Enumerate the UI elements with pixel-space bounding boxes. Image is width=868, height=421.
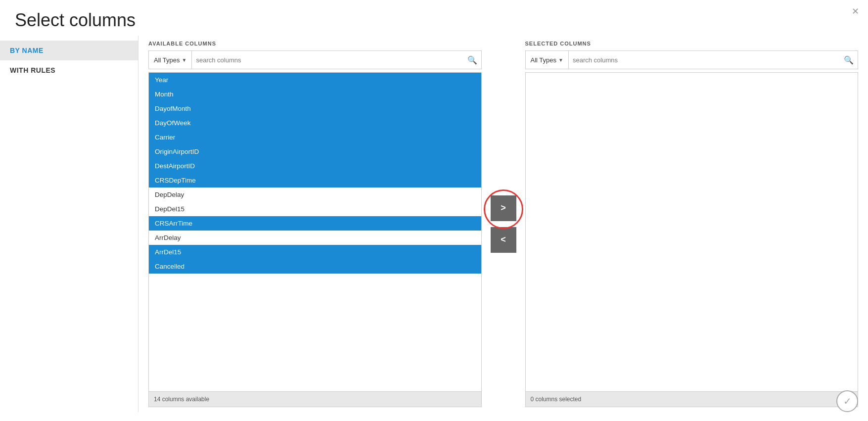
available-list-item[interactable]: Month	[149, 87, 481, 101]
available-dropdown-chevron: ▼	[182, 57, 187, 63]
available-columns-list[interactable]: YearMonthDayofMonthDayOfWeekCarrierOrigi…	[148, 72, 482, 392]
selected-columns-list[interactable]	[525, 72, 859, 392]
available-list-item[interactable]: DayOfWeek	[149, 116, 481, 130]
selected-search-icon: 🔍	[844, 55, 854, 65]
sidebar: BY NAME WITH RULES	[0, 36, 138, 412]
available-list-item[interactable]: DepDelay	[149, 187, 481, 202]
available-list-item[interactable]: DayofMonth	[149, 101, 481, 116]
selected-columns-label: SELECTED COLUMNS	[525, 41, 859, 47]
available-search-row: All Types ▼ 🔍	[148, 50, 482, 69]
available-list-item[interactable]: DepDel15	[149, 202, 481, 216]
available-search-input[interactable]	[196, 56, 467, 64]
available-list-item[interactable]: Cancelled	[149, 259, 481, 274]
selected-type-dropdown[interactable]: All Types ▼	[526, 51, 569, 69]
selected-columns-panel: SELECTED COLUMNS All Types ▼ 🔍 0 columns…	[525, 41, 859, 407]
available-list-item[interactable]: CRSArrTime	[149, 216, 481, 231]
available-search-icon: 🔍	[467, 55, 477, 65]
selected-search-input[interactable]	[573, 56, 844, 64]
selected-dropdown-chevron: ▼	[558, 57, 563, 63]
available-list-item[interactable]: CRSDepTime	[149, 173, 481, 187]
available-list-item[interactable]: DestAirportID	[149, 159, 481, 173]
available-list-item[interactable]: ArrDel15	[149, 245, 481, 259]
available-columns-footer: 14 columns available	[148, 392, 482, 407]
remove-columns-button[interactable]: <	[491, 227, 516, 253]
available-columns-panel: AVAILABLE COLUMNS All Types ▼ 🔍 YearMont…	[148, 41, 482, 407]
available-columns-label: AVAILABLE COLUMNS	[148, 41, 482, 47]
selected-search-row: All Types ▼ 🔍	[525, 50, 859, 69]
transfer-buttons-area: > <	[482, 41, 525, 407]
content-area: AVAILABLE COLUMNS All Types ▼ 🔍 YearMont…	[138, 36, 868, 412]
sidebar-item-by-name[interactable]: BY NAME	[0, 41, 138, 60]
selected-columns-footer: 0 columns selected	[525, 392, 859, 407]
confirm-button[interactable]: ✓	[836, 390, 858, 412]
available-type-dropdown[interactable]: All Types ▼	[149, 51, 192, 69]
available-list-item[interactable]: OriginAirportID	[149, 144, 481, 159]
sidebar-item-with-rules[interactable]: WITH RULES	[0, 60, 138, 80]
close-button[interactable]: ✕	[852, 6, 859, 17]
add-columns-button[interactable]: >	[491, 195, 516, 221]
available-list-item[interactable]: Year	[149, 73, 481, 87]
page-title: Select columns	[0, 0, 868, 36]
available-list-item[interactable]: Carrier	[149, 130, 481, 144]
available-list-item[interactable]: ArrDelay	[149, 231, 481, 245]
